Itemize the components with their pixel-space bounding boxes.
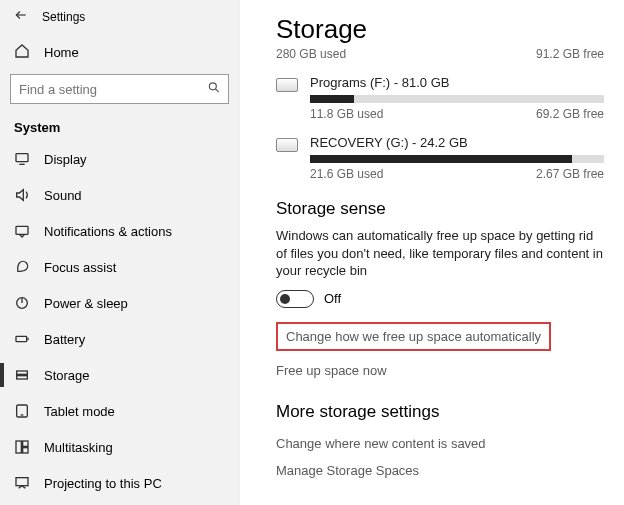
drive-row[interactable]: Programs (F:) - 81.0 GB11.8 GB used69.2 … <box>276 75 604 121</box>
svg-rect-15 <box>23 441 28 446</box>
highlight-box: Change how we free up space automaticall… <box>276 322 551 351</box>
drive-used: 21.6 GB used <box>310 167 383 181</box>
storage-sense-body: Windows can automatically free up space … <box>276 227 604 280</box>
projecting-icon <box>14 475 30 491</box>
sidebar-item-label: Display <box>44 152 87 167</box>
svg-rect-14 <box>16 441 21 453</box>
sidebar-item-power[interactable]: Power & sleep <box>0 285 239 321</box>
search-box <box>10 74 229 104</box>
storage-sense-toggle[interactable] <box>276 290 314 308</box>
sidebar-item-tablet[interactable]: Tablet mode <box>0 393 239 429</box>
drive-stats: 11.8 GB used69.2 GB free <box>310 107 604 121</box>
display-icon <box>14 151 30 167</box>
notifications-icon <box>14 223 30 239</box>
nav-list: DisplaySoundNotifications & actionsFocus… <box>0 141 239 501</box>
storage-sense-toggle-label: Off <box>324 291 341 306</box>
sidebar-item-display[interactable]: Display <box>0 141 239 177</box>
sidebar-item-label: Power & sleep <box>44 296 128 311</box>
sidebar-item-focus[interactable]: Focus assist <box>0 249 239 285</box>
drive-usage-bar <box>310 155 604 163</box>
svg-point-1 <box>209 83 216 90</box>
overall-free: 91.2 GB free <box>536 47 604 61</box>
tablet-icon <box>14 403 30 419</box>
storage-icon <box>14 367 30 383</box>
sidebar-item-storage[interactable]: Storage <box>0 357 239 393</box>
storage-sense-toggle-row: Off <box>276 290 604 308</box>
svg-rect-3 <box>16 154 28 162</box>
svg-rect-16 <box>23 448 28 453</box>
drive-free: 2.67 GB free <box>536 167 604 181</box>
home-icon <box>14 43 30 62</box>
sidebar-item-label: Storage <box>44 368 90 383</box>
app-title: Settings <box>42 10 85 24</box>
sidebar-item-multitasking[interactable]: Multitasking <box>0 429 239 465</box>
drives-list: Programs (F:) - 81.0 GB11.8 GB used69.2 … <box>276 75 604 181</box>
title-bar: Settings <box>0 0 239 35</box>
sidebar-item-notifications[interactable]: Notifications & actions <box>0 213 239 249</box>
home-label: Home <box>44 45 79 60</box>
drive-stats: 21.6 GB used2.67 GB free <box>310 167 604 181</box>
drive-icon <box>276 78 298 92</box>
more-storage-heading: More storage settings <box>276 402 604 422</box>
svg-rect-10 <box>17 371 28 374</box>
drive-title: Programs (F:) - 81.0 GB <box>310 75 604 90</box>
sidebar-item-label: Projecting to this PC <box>44 476 162 491</box>
drive-title: RECOVERY (G:) - 24.2 GB <box>310 135 604 150</box>
drive-free: 69.2 GB free <box>536 107 604 121</box>
drive-used: 11.8 GB used <box>310 107 383 121</box>
sidebar-item-label: Multitasking <box>44 440 113 455</box>
svg-rect-11 <box>17 376 28 379</box>
svg-rect-5 <box>16 226 28 234</box>
drive-body: Programs (F:) - 81.0 GB11.8 GB used69.2 … <box>310 75 604 121</box>
home-nav[interactable]: Home <box>0 35 239 72</box>
category-heading: System <box>0 112 239 141</box>
drive-row[interactable]: RECOVERY (G:) - 24.2 GB21.6 GB used2.67 … <box>276 135 604 181</box>
change-where-saved-link[interactable]: Change where new content is saved <box>276 430 604 457</box>
battery-icon <box>14 331 30 347</box>
svg-line-2 <box>215 89 218 92</box>
focus-icon <box>14 259 30 275</box>
sidebar-item-projecting[interactable]: Projecting to this PC <box>0 465 239 501</box>
page-title: Storage <box>276 14 604 45</box>
sidebar-item-label: Notifications & actions <box>44 224 172 239</box>
free-up-now-link[interactable]: Free up space now <box>276 357 604 384</box>
overall-used: 280 GB used <box>276 47 346 61</box>
back-icon[interactable] <box>14 8 28 25</box>
overall-storage-row: 280 GB used 91.2 GB free <box>276 47 604 61</box>
sidebar: Settings Home System DisplaySoundNotific… <box>0 0 240 505</box>
multitasking-icon <box>14 439 30 455</box>
sidebar-item-sound[interactable]: Sound <box>0 177 239 213</box>
sidebar-item-battery[interactable]: Battery <box>0 321 239 357</box>
main-content: Storage 280 GB used 91.2 GB free Program… <box>240 0 624 505</box>
sidebar-item-label: Battery <box>44 332 85 347</box>
drive-body: RECOVERY (G:) - 24.2 GB21.6 GB used2.67 … <box>310 135 604 181</box>
drive-icon <box>276 138 298 152</box>
power-icon <box>14 295 30 311</box>
storage-sense-heading: Storage sense <box>276 199 604 219</box>
sidebar-item-label: Sound <box>44 188 82 203</box>
drive-usage-bar <box>310 95 604 103</box>
change-free-up-link[interactable]: Change how we free up space automaticall… <box>286 329 541 344</box>
sound-icon <box>14 187 30 203</box>
manage-spaces-link[interactable]: Manage Storage Spaces <box>276 457 604 484</box>
sidebar-item-label: Focus assist <box>44 260 116 275</box>
svg-rect-8 <box>16 336 27 341</box>
search-input[interactable] <box>10 74 229 104</box>
svg-rect-17 <box>16 478 28 486</box>
search-icon <box>207 81 221 98</box>
sidebar-item-label: Tablet mode <box>44 404 115 419</box>
